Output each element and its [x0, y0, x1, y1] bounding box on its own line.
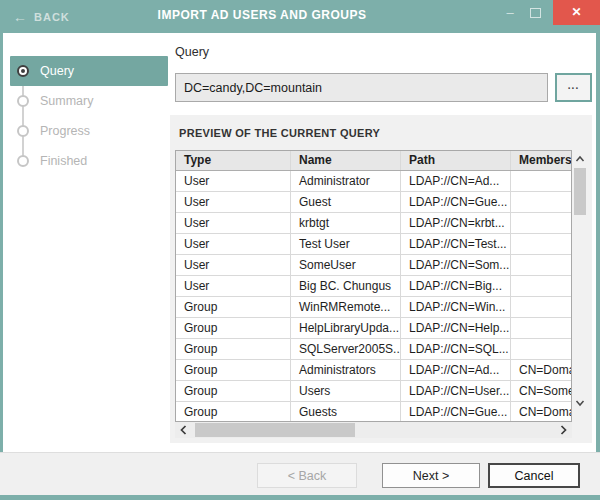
table-cell: SomeUser [291, 255, 401, 275]
step-label: Finished [40, 146, 87, 176]
table-cell: Group [176, 318, 291, 338]
scroll-right-icon[interactable] [557, 424, 569, 436]
next-button[interactable]: Next > [382, 463, 480, 488]
table-cell: User [176, 255, 291, 275]
wizard-steps-sidebar: Query Summary Progress Finished [3, 33, 170, 452]
table-cell: User [176, 276, 291, 296]
table-cell: User [176, 213, 291, 233]
query-input[interactable] [175, 73, 548, 102]
table-cell: Group [176, 339, 291, 359]
column-header[interactable]: Type [176, 151, 291, 170]
close-button[interactable]: ✕ [553, 0, 600, 25]
preview-table: TypeNamePathMembers UserAdministratorLDA… [175, 150, 588, 422]
table-row[interactable]: GroupWinRMRemote...LDAP://CN=Win... [176, 297, 571, 318]
footer-bar: < Back Next > Cancel [0, 452, 600, 495]
window-title: IMPORT AD USERS AND GROUPS [158, 0, 367, 33]
step-finished[interactable]: Finished [3, 146, 167, 176]
table-cell: Administrators [291, 360, 401, 380]
titlebar-back-label: BACK [34, 11, 70, 23]
table-cell [511, 339, 571, 359]
back-arrow-icon: ← [13, 10, 27, 24]
horizontal-scrollbar-thumb[interactable] [195, 423, 355, 437]
table-cell: User [176, 234, 291, 254]
titlebar: ← BACK IMPORT AD USERS AND GROUPS – ✕ [0, 0, 600, 33]
step-progress[interactable]: Progress [3, 116, 167, 146]
table-cell: LDAP://CN=SQL... [401, 339, 511, 359]
table-row[interactable]: UserSomeUserLDAP://CN=Som... [176, 255, 571, 276]
scroll-down-icon[interactable] [575, 398, 585, 408]
cancel-button[interactable]: Cancel [488, 463, 580, 488]
window-border-bottom [0, 495, 600, 500]
table-cell: LDAP://CN=Big... [401, 276, 511, 296]
vertical-scrollbar-thumb[interactable] [574, 168, 586, 215]
table-cell: CN=Doma [511, 360, 571, 380]
column-header[interactable]: Name [291, 151, 401, 170]
table-row[interactable]: GroupHelpLibraryUpda...LDAP://CN=Help... [176, 318, 571, 339]
table-cell: LDAP://CN=Ad... [401, 360, 511, 380]
table-row[interactable]: GroupGuestsLDAP://CN=Gue...CN=Doma [176, 402, 571, 422]
table-cell: Test User [291, 234, 401, 254]
import-ad-wizard-window: ← BACK IMPORT AD USERS AND GROUPS – ✕ Qu… [0, 0, 600, 500]
window-border-right [596, 33, 600, 500]
table-cell: LDAP://CN=krbt... [401, 213, 511, 233]
table-cell: WinRMRemote... [291, 297, 401, 317]
table-cell: CN=Doma [511, 402, 571, 422]
query-section-label: Query [175, 45, 209, 59]
preview-panel: PREVIEW OF THE CURRENT QUERY TypeNamePat… [170, 115, 592, 443]
scroll-left-icon[interactable] [178, 424, 190, 436]
table-row[interactable]: GroupUsersLDAP://CN=User...CN=Somel [176, 381, 571, 402]
table-cell: Users [291, 381, 401, 401]
horizontal-scrollbar[interactable] [175, 422, 572, 438]
table-cell: LDAP://CN=Gue... [401, 192, 511, 212]
table-cell: LDAP://CN=User... [401, 381, 511, 401]
table-cell [511, 213, 571, 233]
table-cell: Guest [291, 192, 401, 212]
step-label: Summary [40, 86, 93, 116]
table-cell: LDAP://CN=Win... [401, 297, 511, 317]
table-cell: SQLServer2005S... [291, 339, 401, 359]
step-radio-icon [17, 95, 29, 107]
column-header[interactable]: Members [511, 151, 571, 170]
step-label: Progress [40, 116, 90, 146]
step-summary[interactable]: Summary [3, 86, 167, 116]
browse-query-button[interactable]: ... [555, 73, 592, 102]
preview-table-body: UserAdministratorLDAP://CN=Ad...UserGues… [176, 171, 571, 422]
vertical-scrollbar[interactable] [572, 150, 588, 415]
table-cell: Group [176, 402, 291, 422]
table-cell: CN=Somel [511, 381, 571, 401]
table-cell: Group [176, 381, 291, 401]
preview-table-main: TypeNamePathMembers UserAdministratorLDA… [175, 150, 572, 422]
table-cell: Group [176, 360, 291, 380]
table-cell [511, 192, 571, 212]
close-icon: ✕ [571, 5, 581, 19]
table-cell: HelpLibraryUpda... [291, 318, 401, 338]
table-row[interactable]: UserTest UserLDAP://CN=Test... [176, 234, 571, 255]
back-button[interactable]: < Back [257, 463, 357, 488]
table-cell [511, 255, 571, 275]
table-row[interactable]: GroupAdministratorsLDAP://CN=Ad...CN=Dom… [176, 360, 571, 381]
table-cell: Administrator [291, 171, 401, 191]
column-header[interactable]: Path [401, 151, 511, 170]
table-cell: LDAP://CN=Help... [401, 318, 511, 338]
maximize-button[interactable] [530, 8, 541, 18]
minimize-icon: – [506, 5, 513, 20]
table-row[interactable]: UserBig BC. ChungusLDAP://CN=Big... [176, 276, 571, 297]
table-row[interactable]: UserGuestLDAP://CN=Gue... [176, 192, 571, 213]
table-row[interactable]: UserAdministratorLDAP://CN=Ad... [176, 171, 571, 192]
minimize-button[interactable]: – [503, 6, 517, 20]
table-cell [511, 234, 571, 254]
table-row[interactable]: UserkrbtgtLDAP://CN=krbt... [176, 213, 571, 234]
scroll-up-icon[interactable] [575, 154, 585, 164]
step-query[interactable]: Query [10, 56, 168, 86]
table-cell: Big BC. Chungus [291, 276, 401, 296]
table-cell: LDAP://CN=Gue... [401, 402, 511, 422]
table-cell [511, 171, 571, 191]
step-radio-icon [17, 65, 29, 77]
table-cell [511, 276, 571, 296]
preview-panel-title: PREVIEW OF THE CURRENT QUERY [179, 127, 380, 139]
table-cell: User [176, 192, 291, 212]
table-row[interactable]: GroupSQLServer2005S...LDAP://CN=SQL... [176, 339, 571, 360]
table-cell: LDAP://CN=Ad... [401, 171, 511, 191]
table-cell: LDAP://CN=Som... [401, 255, 511, 275]
titlebar-back-button[interactable]: ← BACK [13, 0, 70, 33]
